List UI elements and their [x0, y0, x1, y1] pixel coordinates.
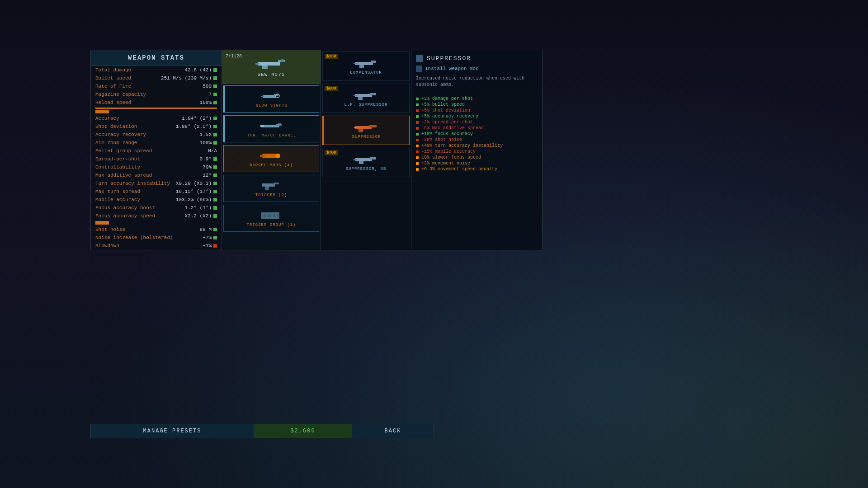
compensator-gun-icon — [353, 57, 380, 69]
lp-suppressor-name: L.P. SUPPRESSOR — [344, 103, 387, 107]
mod-slot-glow-sights-label: GLOW SIGHTS — [256, 103, 288, 108]
svg-rect-17 — [265, 187, 269, 190]
stat-max-additive: Max additive spread 12° — [91, 171, 222, 179]
stat-divider-1 — [95, 108, 217, 109]
effect-bullet-speed: +5% bullet speed — [416, 102, 538, 108]
compensator-name: COMPENSATOR — [350, 70, 382, 75]
stat-focus-accuracy-speed: Focus accuracy speed X2.2 (X2) — [91, 212, 222, 220]
bottom-bar: MANAGE PRESETS $2,600 BACK — [90, 424, 434, 438]
mod-option-suppressor-nb[interactable]: $700 SUPPRESSOR, NB — [322, 148, 410, 177]
suppressor-nb-price: $700 — [325, 150, 338, 155]
stat-pellet-spread: Pellet group spread N/A — [91, 147, 222, 155]
mod-option-compensator[interactable]: $150 COMPENSATOR — [322, 52, 410, 81]
mod-slot-barrel-mods[interactable]: BARREL MODS (4) — [223, 145, 319, 172]
effect-dot-bullet-speed — [416, 103, 419, 106]
stat-total-damage: Total damage 42.8 (42) — [91, 66, 222, 74]
stat-bar-focus-speed — [213, 214, 217, 218]
svg-rect-29 — [370, 93, 376, 95]
svg-rect-21 — [268, 214, 271, 217]
stat-slowdown: Slowdown +1% — [91, 242, 222, 250]
svg-rect-31 — [358, 97, 363, 100]
stat-bar-spread — [213, 157, 217, 161]
stat-bar-reload — [213, 101, 217, 104]
glow-sights-icon — [260, 90, 283, 102]
weapon-stats-panel: WEAPON STATS Total damage 42.8 (42) Bull… — [90, 50, 222, 250]
effect-mobile-accuracy: -15% mobile accuracy — [416, 149, 538, 155]
stat-gauge-bar-2 — [95, 221, 109, 225]
price-button[interactable]: $2,600 — [254, 424, 352, 438]
trigger-icon — [260, 180, 283, 191]
stat-bar-shot-dev — [213, 125, 217, 128]
svg-rect-3 — [255, 63, 259, 65]
effect-dot-focus-speed — [416, 156, 419, 159]
svg-rect-2 — [262, 66, 268, 69]
manage-presets-button[interactable]: MANAGE PRESETS — [90, 424, 254, 438]
svg-rect-14 — [260, 155, 264, 157]
svg-rect-12 — [278, 123, 281, 124]
mod-slot-trigger[interactable]: TRIGGER (2) — [223, 175, 319, 202]
lp-suppressor-price: $600 — [325, 86, 338, 91]
effects-list: +3% damage per shot +5% bullet speed -5%… — [416, 96, 538, 172]
stat-rate-of-fire: Rate of Fire 500 — [91, 82, 222, 90]
effect-dot-shot-dev — [416, 109, 419, 112]
effect-spread-per-shot: -2% spread-per-shot — [416, 119, 538, 125]
mod-slot-barrel-mods-label: BARREL MODS (4) — [250, 163, 293, 168]
stat-bar-turn-acc — [213, 182, 217, 185]
suppressor-nb-name: SUPPRESSOR, NB — [346, 167, 387, 171]
lp-suppressor-gun-icon — [353, 89, 380, 101]
svg-rect-13 — [262, 154, 278, 158]
ammo-display: 7+1|28 — [226, 54, 242, 59]
stat-gauge-bar — [95, 110, 109, 113]
info-panel-title: SUPPRESSOR — [416, 55, 538, 62]
stat-bar-max-turn — [213, 190, 217, 193]
effect-accuracy-recovery: +5% accuracy recovery — [416, 113, 538, 119]
install-mod-button[interactable]: Install weapon mod — [416, 66, 479, 72]
info-panel: SUPPRESSOR Install weapon mod Increased … — [411, 50, 542, 250]
svg-rect-4 — [281, 59, 283, 62]
barrel-mods-icon — [260, 150, 283, 161]
effect-focus-speed: 10% slower focus speed — [416, 155, 538, 160]
svg-rect-16 — [262, 183, 275, 187]
effect-dot-shot-noise — [416, 139, 419, 141]
weapon-stats-header: WEAPON STATS — [91, 50, 222, 66]
stat-bullet-speed: Bullet speed 251 M/s (239 M/s) — [91, 74, 222, 82]
info-description: Increased noise reduction when used with… — [416, 75, 538, 92]
effect-dot-move-speed — [416, 168, 419, 171]
stat-turn-accuracy: Turn accuracy instability X0.29 (X0.3) — [91, 179, 222, 188]
mod-slot-thr-barrel[interactable]: THR. MATCH BARREL — [223, 115, 319, 142]
weapon-name: SEW 4575 — [258, 72, 285, 77]
stat-bar-max-add — [213, 174, 217, 177]
svg-rect-26 — [354, 63, 357, 64]
stat-bar-total-damage — [213, 68, 217, 72]
svg-rect-38 — [354, 159, 357, 160]
svg-rect-22 — [273, 214, 275, 217]
svg-rect-39 — [359, 161, 363, 164]
svg-rect-25 — [371, 61, 376, 63]
stat-bar-control — [213, 165, 217, 169]
mod-option-lp-suppressor[interactable]: $600 L.P. SUPPRESSOR — [322, 84, 410, 113]
mod-slot-glow-sights[interactable]: GLOW SIGHTS — [223, 85, 319, 113]
effect-shot-deviation: -5% shot deviation — [416, 108, 538, 113]
svg-rect-30 — [354, 95, 357, 96]
svg-rect-0 — [258, 62, 280, 66]
stat-shot-noise: Shot noise 98 M — [91, 225, 222, 234]
effect-damage-per-shot: +3% damage per shot — [416, 96, 538, 102]
stat-aim-zoom: Aim zoom range 100% — [91, 139, 222, 147]
mod-slot-trigger-label: TRIGGER (2) — [255, 193, 287, 197]
svg-rect-28 — [355, 94, 372, 97]
stat-mobile-accuracy: Mobile accuracy 103.2% (96%) — [91, 196, 222, 204]
mod-slot-trigger-group[interactable]: TRIGGER GROUP (1) — [223, 205, 319, 232]
weapon-silhouette-icon — [253, 56, 289, 70]
stat-reload-speed: Reload speed 100% — [91, 99, 222, 107]
effect-dot-turn-acc — [416, 145, 419, 147]
mod-slot-thr-barrel-label: THR. MATCH BARREL — [247, 133, 297, 138]
mod-option-suppressor[interactable]: SUPPRESSOR — [322, 116, 410, 145]
svg-rect-24 — [355, 62, 373, 65]
install-icon — [416, 66, 422, 72]
effect-turn-accuracy: +40% turn accuracy instability — [416, 143, 538, 149]
compensator-price: $150 — [325, 54, 338, 59]
trigger-group-icon — [260, 210, 283, 221]
svg-rect-32 — [355, 126, 372, 129]
stat-bar-aim-zoom — [213, 141, 217, 145]
back-button[interactable]: BACK — [352, 424, 434, 438]
